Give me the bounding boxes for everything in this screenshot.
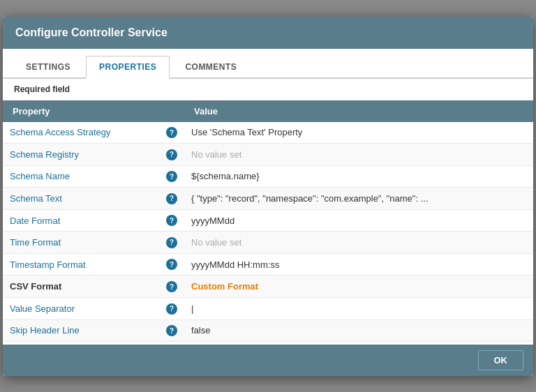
ok-button[interactable]: OK bbox=[478, 350, 524, 370]
help-icon[interactable]: ? bbox=[166, 303, 177, 315]
configure-controller-dialog: Configure Controller Service SETTINGS PR… bbox=[3, 17, 533, 376]
property-name-cell: Time Format bbox=[3, 232, 156, 254]
property-value-cell[interactable]: No value set bbox=[184, 144, 533, 166]
property-name-cell: Timestamp Format bbox=[3, 253, 156, 276]
property-name-cell: Schema Access Strategy bbox=[3, 122, 156, 144]
tab-bar: SETTINGS PROPERTIES COMMENTS bbox=[3, 49, 533, 79]
help-icon-cell[interactable]: ? bbox=[156, 253, 184, 276]
property-name-cell: Date Format bbox=[3, 209, 156, 232]
col-value: Value bbox=[184, 100, 533, 122]
table-row: Date Format?yyyyMMdd bbox=[3, 209, 533, 232]
properties-table-container[interactable]: Property Value Schema Access Strategy?Us… bbox=[3, 100, 533, 345]
property-value-cell[interactable]: | bbox=[184, 298, 533, 320]
col-property: Property bbox=[3, 100, 156, 122]
help-icon-cell[interactable]: ? bbox=[156, 209, 184, 232]
table-row: Schema Name?${schema.name} bbox=[3, 165, 533, 188]
help-icon-cell[interactable]: ? bbox=[156, 165, 184, 188]
property-value-cell[interactable]: Use 'Schema Text' Property bbox=[184, 122, 533, 144]
help-icon[interactable]: ? bbox=[166, 127, 177, 138]
help-icon-cell[interactable]: ? bbox=[156, 188, 184, 210]
help-icon[interactable]: ? bbox=[166, 171, 177, 182]
property-value-cell[interactable]: yyyyMMdd bbox=[184, 209, 533, 232]
table-row: Schema Access Strategy?Use 'Schema Text'… bbox=[3, 122, 533, 144]
table-row: Schema Text?{ "type": "record", "namespa… bbox=[3, 188, 533, 210]
help-icon-cell[interactable]: ? bbox=[156, 144, 184, 166]
property-value-cell[interactable]: No value set bbox=[184, 232, 533, 254]
help-icon[interactable]: ? bbox=[166, 237, 177, 248]
help-icon[interactable]: ? bbox=[166, 259, 177, 270]
help-icon[interactable]: ? bbox=[166, 193, 177, 204]
property-name-cell: Schema Registry bbox=[3, 144, 156, 166]
dialog-title: Configure Controller Service bbox=[15, 27, 168, 38]
help-icon-cell[interactable]: ? bbox=[156, 232, 184, 254]
property-value-cell[interactable]: ${schema.name} bbox=[184, 165, 533, 188]
dialog-header: Configure Controller Service bbox=[3, 17, 533, 49]
property-value-cell[interactable]: Custom Format bbox=[184, 276, 533, 298]
dialog-footer: OK bbox=[3, 345, 533, 376]
properties-table: Property Value Schema Access Strategy?Us… bbox=[3, 100, 533, 345]
table-row: Time Format?No value set bbox=[3, 232, 533, 254]
help-icon[interactable]: ? bbox=[166, 215, 177, 226]
table-row: Timestamp Format?yyyyMMdd HH:mm:ss bbox=[3, 253, 533, 276]
help-icon[interactable]: ? bbox=[166, 325, 177, 336]
help-icon[interactable]: ? bbox=[166, 149, 177, 160]
required-field-label: Required field bbox=[3, 79, 533, 100]
help-icon-cell[interactable]: ? bbox=[156, 298, 184, 320]
table-header-row: Property Value bbox=[3, 100, 533, 122]
table-row: Skip Header Line?false bbox=[3, 319, 533, 342]
property-name-cell: Value Separator bbox=[3, 298, 156, 320]
property-value-cell[interactable]: { "type": "record", "namespace": "com.ex… bbox=[184, 188, 533, 210]
property-name-cell: Schema Name bbox=[3, 165, 156, 188]
property-name-cell: Schema Text bbox=[3, 188, 156, 210]
property-value-cell[interactable]: false bbox=[184, 319, 533, 342]
help-icon-cell[interactable]: ? bbox=[156, 319, 184, 342]
property-name-cell: CSV Format bbox=[3, 276, 156, 298]
tab-settings[interactable]: SETTINGS bbox=[13, 56, 84, 77]
help-icon-cell[interactable]: ? bbox=[156, 276, 184, 298]
tab-properties[interactable]: PROPERTIES bbox=[86, 56, 170, 79]
table-row: CSV Format?Custom Format bbox=[3, 276, 533, 298]
help-icon-cell[interactable]: ? bbox=[156, 122, 184, 144]
help-icon[interactable]: ? bbox=[166, 281, 177, 292]
property-name-cell: Skip Header Line bbox=[3, 319, 156, 342]
col-icon bbox=[156, 100, 184, 122]
table-row: Schema Registry?No value set bbox=[3, 144, 533, 166]
table-row: Value Separator?| bbox=[3, 298, 533, 320]
tab-comments[interactable]: COMMENTS bbox=[172, 56, 250, 77]
property-value-cell[interactable]: yyyyMMdd HH:mm:ss bbox=[184, 253, 533, 276]
